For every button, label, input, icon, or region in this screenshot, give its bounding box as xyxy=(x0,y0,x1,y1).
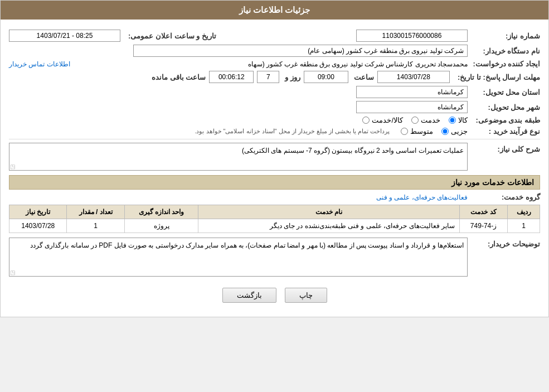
cell-name: سایر فعالیت‌های حرفه‌ای، علمی و فنی طبقه… xyxy=(198,219,460,233)
eijad-value: محمدسجاد تحریری کارشناس شرکت تولید نیروی… xyxy=(75,60,468,68)
mohlat-mande-label: ساعت باقی مانده xyxy=(152,73,206,81)
col-kod: کد خدمت xyxy=(459,205,507,219)
tarikh-input[interactable] xyxy=(9,30,120,42)
nooe-farayand-radio-group: جزیی متوسط xyxy=(401,127,468,135)
back-button[interactable]: بازگشت xyxy=(222,288,276,303)
nooe-farayand-note: پرداخت تمام یا بخشی از مبلغ خریدار از مح… xyxy=(195,128,390,135)
mohlat-mande-input[interactable] xyxy=(209,71,254,83)
resize-handle-2[interactable]: ◳ xyxy=(10,269,15,275)
col-tarikh: تاریخ نیاز xyxy=(9,205,67,219)
shomara-niaz-label: شماره نیاز: xyxy=(468,32,540,40)
mohlat-rooz-label: روز و xyxy=(285,73,300,81)
tawzihat-label: توضیحات خریدار: xyxy=(468,240,540,248)
gorooh-khadamat-label: گروه خدمت: xyxy=(468,193,540,201)
khadamat-section-title: اطلاعات خدمات مورد نیاز xyxy=(9,175,540,190)
mohlat-time-input[interactable] xyxy=(304,71,348,83)
ostan-input[interactable] xyxy=(356,86,468,98)
tabaqe-kala-option[interactable]: کالا xyxy=(449,116,468,124)
farayand-motawaset-option[interactable]: متوسط xyxy=(401,127,433,135)
table-row: 1 ز-74-749 سایر فعالیت‌های حرفه‌ای، علمی… xyxy=(9,219,540,233)
cell-tarikh: 1403/07/28 xyxy=(9,219,67,233)
page-header: جزئیات اطلاعات نیاز xyxy=(1,1,548,20)
tabaqe-radio-group: کالا خدمت کالا/خدمت xyxy=(362,116,468,124)
col-tedad: تعداد / مقدار xyxy=(67,205,124,219)
ostan-label: استان محل تحویل: xyxy=(468,88,540,96)
shahr-input[interactable] xyxy=(356,101,468,113)
sharh-niaz-value: عملیات تعمیرات اساسی واحد 2 نیروگاه بیست… xyxy=(242,147,464,154)
tabaqe-khedmat-option[interactable]: خدمت xyxy=(411,116,440,124)
col-vahed: واحد اندازه گیری xyxy=(124,205,198,219)
cell-radif: 1 xyxy=(508,219,540,233)
eijad-link[interactable]: اطلاعات تماس خریدار xyxy=(9,60,70,68)
gorooh-khadamat-value[interactable]: فعالیت‌های حرفه‌ای، علمی و فنی xyxy=(376,193,468,201)
mohlat-label: مهلت ارسال پاسخ: تا تاریخ: xyxy=(453,73,540,81)
eijad-label: ایجاد کننده درخواست: xyxy=(468,60,540,68)
services-table: ردیف کد خدمت نام خدمت واحد اندازه گیری ت… xyxy=(9,205,540,233)
cell-vahed: پروژه xyxy=(124,219,198,233)
shahr-label: شهر محل تحویل: xyxy=(468,103,540,112)
mohlat-time-label: ساعت xyxy=(354,73,374,81)
resize-handle[interactable]: ◳ xyxy=(10,163,15,170)
tawzihat-value: استعلام‌ها و قرارداد و اسناد پیوست پس از… xyxy=(30,241,464,249)
mohlat-rooz-input[interactable] xyxy=(257,71,279,83)
mohlat-date-input[interactable] xyxy=(377,71,450,83)
print-button[interactable]: چاپ xyxy=(285,288,327,303)
cell-kod: ز-74-749 xyxy=(459,219,507,233)
cell-tedad: 1 xyxy=(67,219,124,233)
nam-dastgah-input[interactable] xyxy=(133,45,468,57)
shomara-niaz-input[interactable] xyxy=(356,30,468,42)
tabaqe-label: طبقه بندی موضوعی: xyxy=(468,116,540,124)
tabaqe-kala-khedmat-option[interactable]: کالا/خدمت xyxy=(362,116,403,124)
tawzihat-box: استعلام‌ها و قرارداد و اسناد پیوست پس از… xyxy=(9,238,468,277)
nam-dastgah-label: نام دستگاه خریدار: xyxy=(468,47,540,55)
col-name: نام خدمت xyxy=(198,205,460,219)
page-title: جزئیات اطلاعات نیاز xyxy=(239,5,310,14)
sharh-niaz-box: عملیات تعمیرات اساسی واحد 2 نیروگاه بیست… xyxy=(9,143,468,171)
nooe-farayand-label: نوع فرآیند خرید : xyxy=(468,127,540,135)
farayand-jozii-option[interactable]: جزیی xyxy=(441,127,468,135)
col-radif: ردیف xyxy=(508,205,540,219)
bottom-buttons: چاپ بازگشت xyxy=(9,281,540,311)
tarikh-label: تاریخ و ساعت اعلان عمومی: xyxy=(124,32,216,40)
sharh-niaz-label: شرح کلی نیاز: xyxy=(468,145,540,153)
